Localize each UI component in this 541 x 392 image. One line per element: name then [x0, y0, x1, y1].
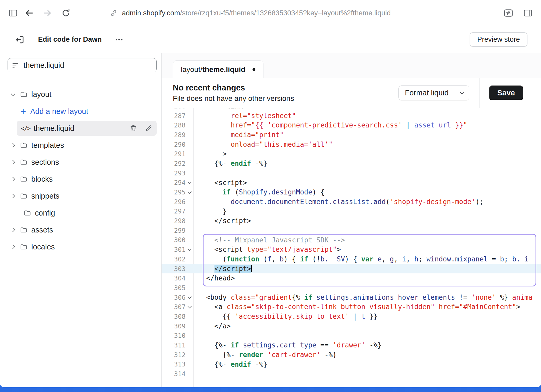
- line-number: 293: [174, 169, 186, 177]
- page-title: Edit code for Dawn: [38, 35, 102, 44]
- code-line[interactable]: 294 <script>: [162, 178, 541, 188]
- sidebar-folder-config[interactable]: config: [0, 205, 161, 220]
- sidebar-toggle-icon[interactable]: [8, 8, 18, 18]
- back-arrow-icon[interactable]: [24, 8, 34, 18]
- line-number: 306: [174, 294, 186, 301]
- link-icon: [109, 9, 118, 17]
- code-line[interactable]: 298 </script>: [162, 216, 541, 226]
- fold-chevron-icon[interactable]: [187, 180, 192, 184]
- code-line[interactable]: 304 </head>: [162, 273, 541, 283]
- line-number: 299: [174, 227, 186, 234]
- more-actions-icon[interactable]: [113, 34, 125, 45]
- line-number: 309: [174, 322, 186, 330]
- right-panel-toggle-icon[interactable]: [523, 8, 533, 18]
- tab-theme-liquid[interactable]: layout/theme.liquid: [173, 60, 263, 78]
- code-line[interactable]: 311 {%- if settings.cart_type == 'drawer…: [162, 340, 541, 350]
- code-line[interactable]: 309 </a>: [162, 321, 541, 331]
- code-line[interactable]: 312 {%- render 'cart-drawer' -%}: [162, 350, 541, 360]
- code-line[interactable]: 287 rel="stylesheet": [162, 111, 541, 121]
- code-line[interactable]: 306 <body class="gradient{% if settings.…: [162, 293, 541, 302]
- file-tree: layout+Add a new layout</>theme.liquidte…: [0, 87, 161, 254]
- fold-chevron-icon[interactable]: [187, 295, 192, 299]
- fold-chevron-icon[interactable]: [187, 189, 192, 194]
- chevron-right-icon: [10, 227, 16, 233]
- line-number: 312: [174, 351, 186, 359]
- sidebar-folder-locales[interactable]: locales: [0, 239, 161, 254]
- fold-chevron-icon[interactable]: [187, 304, 192, 309]
- sidebar-folder-templates[interactable]: templates: [0, 138, 161, 153]
- chevron-right-icon: [10, 176, 16, 182]
- code-line[interactable]: 293: [162, 168, 541, 178]
- exit-editor-icon[interactable]: [15, 34, 25, 45]
- code-line[interactable]: 300 <!-- Mixpanel Javascript SDK -->: [162, 235, 541, 245]
- line-number: 314: [174, 370, 186, 378]
- code-line[interactable]: 305: [162, 283, 541, 293]
- tab-file-name: theme.liquid: [202, 65, 245, 74]
- line-number: 292: [174, 160, 186, 167]
- status-title: No recent changes: [173, 83, 294, 93]
- sidebar-folder-sections[interactable]: sections: [0, 155, 161, 170]
- line-number: 298: [174, 217, 186, 225]
- folder-label: layout: [31, 90, 51, 99]
- preview-store-button[interactable]: Preview store: [470, 32, 527, 47]
- folder-icon: [20, 175, 28, 183]
- code-area[interactable]: 286 <link287 rel="stylesheet"288 href="{…: [162, 108, 541, 387]
- format-dropdown-button[interactable]: [455, 86, 469, 100]
- folder-label: config: [35, 209, 55, 217]
- folder-icon: [20, 141, 28, 149]
- edit-file-icon[interactable]: [145, 124, 152, 132]
- code-line[interactable]: 296 document.documentElement.classList.a…: [162, 197, 541, 207]
- extensions-icon[interactable]: [503, 8, 514, 18]
- editor-toolbar: No recent changes File does not have any…: [162, 78, 541, 108]
- code-line[interactable]: 288 href="{{ 'component-predictive-searc…: [162, 120, 541, 130]
- line-number: 286: [174, 108, 186, 110]
- save-button[interactable]: Save: [489, 85, 523, 100]
- sidebar-add-new-layout[interactable]: +Add a new layout: [0, 104, 161, 119]
- code-line[interactable]: 299: [162, 226, 541, 235]
- chevron-right-icon: [10, 142, 16, 148]
- code-line[interactable]: 290 onload="this.media='all'": [162, 140, 541, 149]
- code-line[interactable]: 286 <link: [162, 108, 541, 111]
- line-number: 288: [174, 121, 186, 129]
- plus-icon: +: [20, 108, 27, 115]
- code-line[interactable]: 289 media="print": [162, 130, 541, 140]
- version-status: No recent changes File does not have any…: [173, 83, 294, 103]
- forward-arrow-icon[interactable]: [42, 8, 53, 18]
- code-editor-panel: layout/theme.liquid No recent changes Fi…: [162, 53, 541, 387]
- code-line[interactable]: 308 {{ 'accessibility.skip_to_text' | t …: [162, 312, 541, 321]
- reload-icon[interactable]: [61, 8, 71, 18]
- code-line[interactable]: 302 (function (f, b) { if (!b.__SV) { va…: [162, 254, 541, 264]
- line-number: 305: [174, 284, 186, 292]
- code-line[interactable]: 303 </script>: [162, 264, 541, 274]
- code-line[interactable]: 313 {%- endif -%}: [162, 360, 541, 369]
- code-line[interactable]: 297 }: [162, 207, 541, 216]
- content-area: theme.liquid layout+Add a new layout</>t…: [0, 53, 541, 387]
- tab-path-prefix: layout/: [181, 65, 202, 74]
- folder-icon: [20, 90, 28, 98]
- folder-icon: [20, 243, 28, 251]
- sidebar-folder-layout[interactable]: layout: [0, 87, 161, 102]
- code-line[interactable]: 291 >: [162, 149, 541, 159]
- code-line[interactable]: 314: [162, 369, 541, 379]
- code-line[interactable]: 310: [162, 331, 541, 341]
- search-input[interactable]: theme.liquid: [8, 58, 157, 72]
- folder-label: blocks: [31, 175, 53, 183]
- code-line[interactable]: 307 <a class="skip-to-content-link butto…: [162, 302, 541, 312]
- line-number: 302: [174, 255, 186, 263]
- delete-file-icon[interactable]: [130, 124, 137, 132]
- screenshot-stage: admin.shopify.com/store/rzq1xu-f5/themes…: [0, 0, 541, 392]
- fold-chevron-icon[interactable]: [187, 247, 192, 251]
- unsaved-changes-dot: [253, 68, 255, 71]
- code-line[interactable]: 301 <script type="text/javascript">: [162, 245, 541, 254]
- code-line[interactable]: 295 if (Shopify.designMode) {: [162, 187, 541, 197]
- format-liquid-split-button: Format liquid: [398, 85, 470, 100]
- sidebar-file-theme-liquid[interactable]: </>theme.liquid: [17, 121, 157, 136]
- sidebar-folder-assets[interactable]: assets: [0, 222, 161, 237]
- sidebar-folder-blocks[interactable]: blocks: [0, 172, 161, 187]
- code-line[interactable]: 292 {%- endif -%}: [162, 159, 541, 168]
- code-lines: 286 <link287 rel="stylesheet"288 href="{…: [162, 108, 541, 379]
- filter-icon: [13, 63, 19, 68]
- sidebar-folder-snippets[interactable]: snippets: [0, 188, 161, 204]
- address-bar[interactable]: admin.shopify.com/store/rzq1xu-f5/themes…: [109, 9, 391, 17]
- format-liquid-button[interactable]: Format liquid: [399, 86, 455, 100]
